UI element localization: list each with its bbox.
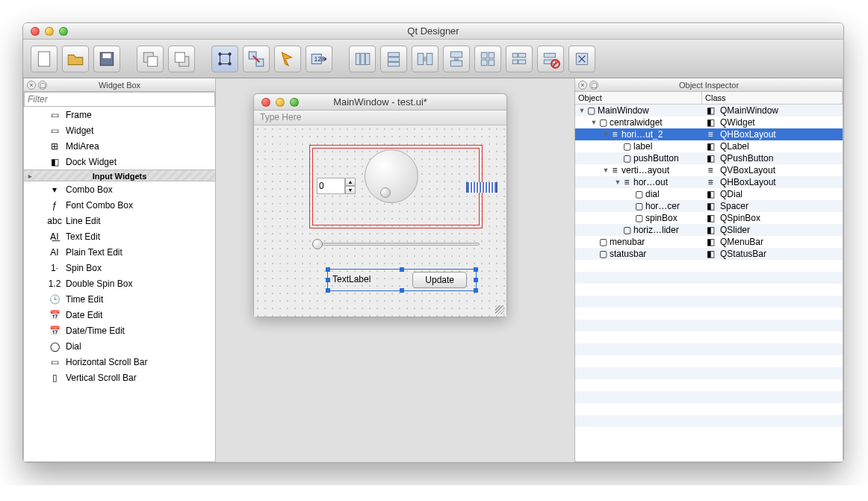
svg-rect-20 [388, 57, 399, 60]
widget-item[interactable]: ▭Horizontal Scroll Bar [24, 354, 215, 370]
widget-item[interactable]: ▭Frame [24, 107, 215, 122]
widget-item[interactable]: ƒFont Combo Box [24, 197, 215, 213]
disclosure-arrow-icon[interactable]: ▼ [614, 178, 621, 186]
widget-item[interactable]: 📅Date/Time Edit [24, 323, 215, 338]
design-window[interactable]: MainWindow - test.ui* Type Here ▲▼ [253, 93, 507, 317]
widget-item[interactable]: 1·Spin Box [24, 260, 215, 276]
bring-front-button[interactable] [168, 46, 195, 72]
widget-list[interactable]: ▭Frame▭Widget⊞MdiArea◧Dock WidgetInput W… [24, 107, 215, 461]
edit-buddies-button[interactable] [274, 46, 301, 72]
svg-rect-21 [388, 62, 399, 66]
object-name: pushButton [633, 153, 679, 164]
menubar-placeholder[interactable]: Type Here [254, 111, 506, 125]
spin-up-icon[interactable]: ▲ [345, 178, 356, 186]
widget-item[interactable]: AIPlain Text Edit [24, 244, 215, 260]
object-row[interactable]: ▼≡hor…out≡QHBoxLayout [575, 176, 843, 188]
spinbox-widget[interactable]: ▲▼ [317, 178, 357, 194]
widget-item-label: Font Combo Box [66, 200, 133, 211]
edit-signals-button[interactable] [243, 46, 270, 72]
layout-form-button[interactable] [506, 46, 533, 72]
form-canvas[interactable]: ▲▼ TextLabel Update [254, 125, 506, 317]
widget-item-label: Frame [66, 110, 92, 120]
edit-widgets-button[interactable] [211, 46, 238, 72]
widget-item[interactable]: ◧Dock Widget [24, 154, 215, 169]
widget-item-icon: ◧ [48, 157, 61, 167]
object-icon: ▢ [621, 225, 632, 235]
object-inspector-title: Object Inspector [575, 81, 843, 90]
svg-rect-26 [481, 52, 487, 58]
layout-horizontal-button[interactable] [349, 46, 376, 72]
layout-vsplitter-button[interactable] [443, 46, 470, 72]
adjust-size-button[interactable] [568, 46, 595, 72]
object-row[interactable]: ▢statusbar◧QStatusBar [575, 248, 843, 260]
widget-item[interactable]: ▾Combo Box [24, 181, 215, 197]
widget-item[interactable]: 1.2Double Spin Box [24, 276, 215, 291]
widget-item-label: Text Edit [66, 231, 100, 242]
spinbox-input[interactable] [317, 178, 345, 194]
disclosure-arrow-icon[interactable]: ▼ [578, 107, 586, 114]
column-object[interactable]: Object [575, 92, 702, 104]
disclosure-arrow-icon[interactable]: ▼ [602, 131, 610, 138]
widget-item[interactable]: A͟IText Edit [24, 228, 215, 244]
widget-item[interactable]: ⊞MdiArea [24, 138, 215, 154]
class-icon: ≡ [705, 177, 716, 187]
dial-widget[interactable] [365, 149, 418, 203]
widget-item[interactable]: 🕒Time Edit [24, 291, 215, 307]
layout-hsplitter-button[interactable] [412, 46, 438, 72]
disclosure-arrow-icon[interactable]: ▼ [590, 119, 598, 126]
svg-rect-33 [518, 60, 526, 63]
layout-vertical-button[interactable] [380, 46, 407, 72]
object-row[interactable]: ▢menubar◧QMenuBar [575, 236, 843, 248]
save-button[interactable] [93, 46, 120, 72]
break-layout-button[interactable] [537, 46, 564, 72]
widget-item-label: Dock Widget [66, 157, 117, 167]
class-icon: ◧ [705, 225, 716, 235]
slider-widget[interactable] [312, 239, 480, 249]
object-row-empty [575, 415, 843, 427]
widget-filter-input[interactable] [24, 92, 215, 107]
disclosure-arrow-icon[interactable]: ▼ [602, 167, 610, 174]
selected-hboxlayout[interactable]: TextLabel Update [327, 269, 477, 291]
column-class[interactable]: Class [702, 92, 843, 104]
send-back-button[interactable] [137, 46, 164, 72]
svg-rect-24 [450, 52, 462, 57]
object-row[interactable]: ▢spinBox◧QSpinBox [575, 212, 843, 224]
object-row[interactable]: ▢hor…cer◧Spacer [575, 200, 843, 212]
object-row[interactable]: ▢dial◧QDial [575, 188, 843, 200]
object-tree[interactable]: ▼▢MainWindow◧QMainWindow▼▢centralwidget◧… [575, 105, 843, 461]
object-name: verti…ayout [621, 165, 669, 175]
object-row[interactable]: ▼▢centralwidget◧QWidget [575, 116, 843, 128]
svg-rect-6 [175, 52, 185, 62]
widget-item[interactable]: ◯Dial [24, 338, 215, 354]
svg-rect-27 [489, 52, 495, 58]
object-row[interactable]: ▢label◧QLabel [575, 140, 843, 152]
widget-item[interactable]: ▭Widget [24, 122, 215, 138]
object-row[interactable]: ▼≡hori…ut_2≡QHBoxLayout [575, 128, 843, 140]
edit-tab-order-button[interactable]: 123 [306, 46, 332, 72]
object-row-empty [575, 320, 843, 332]
widget-item[interactable]: 📅Date Edit [24, 307, 215, 323]
widget-group-header[interactable]: Input Widgets [24, 169, 215, 181]
horizontal-spacer-icon[interactable] [466, 182, 497, 193]
class-icon: ◧ [705, 117, 716, 128]
open-button[interactable] [62, 46, 89, 72]
spin-down-icon[interactable]: ▼ [345, 186, 356, 194]
object-icon: ≡ [610, 129, 620, 140]
new-form-button[interactable] [31, 46, 58, 72]
object-icon: ▢ [633, 201, 644, 211]
object-row[interactable]: ▢horiz…lider◧QSlider [575, 224, 843, 236]
object-inspector-panel: × ▢ Object Inspector Object Class ▼▢Main… [574, 78, 843, 462]
object-row[interactable]: ▼≡verti…ayout≡QVBoxLayout [575, 164, 843, 176]
widget-item-icon: ▾ [48, 184, 61, 195]
titlebar: Qt Designer [23, 23, 843, 40]
layout-grid-button[interactable] [474, 46, 501, 72]
widget-item-icon: 📅 [48, 310, 61, 320]
object-row[interactable]: ▼▢MainWindow◧QMainWindow [575, 105, 843, 116]
resize-grip-icon[interactable] [495, 305, 504, 314]
widget-item[interactable]: abcLine Edit [24, 213, 215, 228]
label-widget[interactable]: TextLabel [332, 274, 371, 284]
svg-rect-19 [388, 52, 399, 56]
update-button[interactable]: Update [412, 272, 467, 288]
widget-item[interactable]: ▯Vertical Scroll Bar [24, 370, 215, 385]
object-row[interactable]: ▢pushButton◧QPushButton [575, 152, 843, 164]
